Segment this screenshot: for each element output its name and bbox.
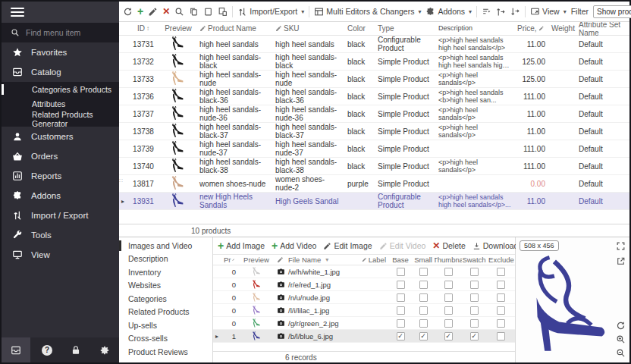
sidebar-item-favorites[interactable]: Favorites <box>2 42 119 62</box>
import-export-menu[interactable]: Import/Export▾ <box>237 7 304 17</box>
column-header-type[interactable]: Type <box>375 24 435 33</box>
sidebar-item-addons[interactable]: Addons <box>2 186 119 206</box>
help-button[interactable]: ? <box>33 337 61 362</box>
column-header-price[interactable]: Price, <box>514 24 548 33</box>
base-checkbox[interactable]: ✓ <box>389 332 412 340</box>
base-checkbox[interactable] <box>389 268 412 276</box>
small-checkbox[interactable] <box>412 306 435 315</box>
tab-categories[interactable]: Categories <box>119 292 212 306</box>
table-row[interactable]: 13817 women shoes-nudewomen shoes-nude-2… <box>119 175 629 193</box>
column-header-position[interactable]: Pr <box>221 256 239 264</box>
table-row[interactable]: 13733 high heel sandals-nudehigh heel sa… <box>119 71 629 88</box>
image-row[interactable]: 0 /l/i/lilac_1.jpg <box>213 304 515 317</box>
thumbnail-checkbox[interactable] <box>435 319 462 328</box>
table-row[interactable]: 13731 high heel sandalshigh heel sandals… <box>119 36 629 53</box>
sidebar-item-import-export[interactable]: Import / Export <box>2 206 119 225</box>
base-checkbox[interactable] <box>389 281 412 289</box>
swatch-checkbox[interactable] <box>462 319 486 328</box>
small-checkbox[interactable] <box>412 293 435 302</box>
add-image-button[interactable]: +Add Image <box>218 240 265 251</box>
multi-editors-menu[interactable]: Multi Editors & Changers▾ <box>314 7 421 17</box>
thumbnail-checkbox[interactable] <box>435 268 462 276</box>
edit-product-button[interactable] <box>148 7 158 17</box>
small-checkbox[interactable]: ✓ <box>412 332 435 340</box>
sidebar-item-reports[interactable]: Reports <box>2 166 119 186</box>
menu-icon[interactable] <box>11 5 24 19</box>
exclude-checkbox[interactable] <box>486 281 515 289</box>
store-button[interactable] <box>2 337 30 362</box>
column-header-thumbnail[interactable]: Thumbna <box>435 256 462 264</box>
column-header-color[interactable]: Color <box>344 24 375 33</box>
paste-button[interactable] <box>203 7 213 17</box>
swatch-checkbox[interactable]: ✓ <box>462 332 486 340</box>
zoom-out-icon[interactable] <box>616 348 626 358</box>
sidebar-item-tools[interactable]: Tools <box>2 225 119 245</box>
tab-websites[interactable]: Websites <box>119 279 212 293</box>
lock-button[interactable] <box>61 337 90 362</box>
delete-product-button[interactable]: ✕ <box>162 7 170 16</box>
tab-product-reviews[interactable]: Product Reviews <box>119 345 212 359</box>
exclude-checkbox[interactable] <box>486 319 515 328</box>
tab-cross-sells[interactable]: Cross-sells <box>119 332 212 346</box>
menu-search-input[interactable] <box>26 28 109 37</box>
table-row[interactable]: 13740 high heel sandals-black-38high hee… <box>119 158 629 175</box>
edit-video-button[interactable]: Edit Video <box>379 241 426 250</box>
tab-images-and-video[interactable]: Images and Video <box>119 239 212 253</box>
addons-menu[interactable]: Addons▾ <box>425 7 472 17</box>
table-row[interactable]: 13737 high heel sandals-nude-36high heel… <box>119 105 629 123</box>
column-header-swatch[interactable]: Swatch <box>462 256 486 264</box>
small-checkbox[interactable] <box>412 268 435 276</box>
tab-related-products[interactable]: Related Products <box>119 306 212 319</box>
table-row-selected[interactable]: 13931 new High Heels SandalsHigh Geels S… <box>119 193 629 210</box>
fullscreen-icon[interactable] <box>616 241 626 251</box>
tab-up-sells[interactable]: Up-sells <box>119 318 212 332</box>
open-external-icon[interactable] <box>616 256 626 266</box>
base-checkbox[interactable] <box>389 319 412 328</box>
tab-description[interactable]: Description <box>119 253 212 266</box>
collapse-tree-button[interactable] <box>510 7 520 17</box>
sidebar-item-customers[interactable]: Customers <box>2 127 119 146</box>
exclude-checkbox[interactable] <box>486 332 515 340</box>
image-row[interactable]: 0 /g/r/green_2.jpg <box>213 317 515 330</box>
sidebar-search[interactable] <box>2 23 119 42</box>
sidebar-item-categories-products[interactable]: Categories & Products <box>2 82 119 97</box>
table-row[interactable]: 13732 high heel sandals-blackhigh heel s… <box>119 53 629 71</box>
zoom-in-icon[interactable] <box>616 334 626 344</box>
column-header-small[interactable]: Small <box>412 256 435 264</box>
column-header-label[interactable]: Label <box>359 256 389 264</box>
image-row[interactable]: 0 /w/h/white_1.jpg <box>213 265 515 278</box>
exclude-checkbox[interactable] <box>486 268 515 276</box>
column-header-attribute-set[interactable]: Attribute Set Name <box>576 22 629 37</box>
column-header-base[interactable]: Base <box>389 256 412 264</box>
thumbnail-checkbox[interactable] <box>435 306 462 315</box>
swatch-checkbox[interactable] <box>462 306 486 315</box>
image-row-selected[interactable]: 1 /b/l/blue_6.jpg ✓ ✓ ✓ ✓ <box>213 330 515 343</box>
base-checkbox[interactable] <box>389 293 412 302</box>
view-menu[interactable]: View▾ <box>530 7 567 17</box>
sidebar-item-catalog[interactable]: Catalog <box>2 62 119 82</box>
table-row[interactable]: 13739 high heel sandals-nude-37high heel… <box>119 140 629 158</box>
thumbnail-checkbox[interactable]: ✓ <box>435 332 462 340</box>
sidebar-item-view[interactable]: View <box>2 245 119 265</box>
column-header-product-name[interactable]: Product Name <box>196 24 272 33</box>
tab-inventory[interactable]: Inventory <box>119 265 212 279</box>
add-product-button[interactable]: + <box>137 6 143 17</box>
swatch-checkbox[interactable] <box>462 268 486 276</box>
column-header-file-name[interactable]: File Name▾ <box>274 256 359 264</box>
copy-button[interactable] <box>189 7 199 17</box>
delete-image-button[interactable]: ✕Delete <box>432 241 465 250</box>
image-row[interactable]: 0 /n/u/nude.jpg <box>213 291 515 304</box>
column-header-weight[interactable]: Weight <box>548 24 576 33</box>
column-header-exclude[interactable]: Exclude <box>486 256 515 264</box>
small-checkbox[interactable] <box>412 281 435 289</box>
sidebar-item-orders[interactable]: Orders <box>2 146 119 166</box>
add-video-button[interactable]: +Add Video <box>272 240 316 251</box>
edit-image-button[interactable]: Edit Image <box>323 241 372 250</box>
refresh-button[interactable] <box>123 7 133 17</box>
duplicate-button[interactable] <box>218 7 228 17</box>
filter-select[interactable]: Show products from selected categories▾ <box>593 5 631 18</box>
expand-tree-button[interactable] <box>496 7 506 17</box>
settings-button[interactable] <box>90 337 119 362</box>
exclude-checkbox[interactable] <box>486 293 515 302</box>
thumbnail-checkbox[interactable] <box>435 293 462 302</box>
